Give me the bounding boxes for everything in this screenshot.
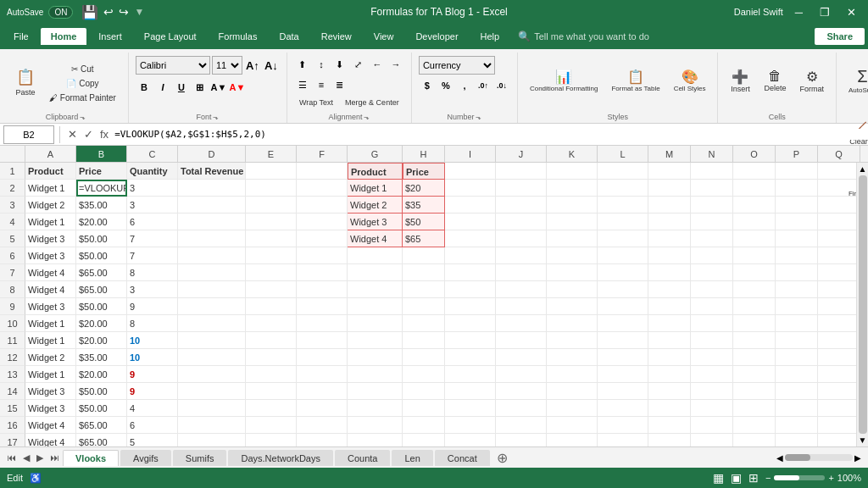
minimize-btn[interactable]: ─ bbox=[790, 4, 808, 20]
tab-developer[interactable]: Developer bbox=[405, 28, 468, 45]
cell[interactable] bbox=[776, 197, 818, 214]
cell[interactable] bbox=[691, 400, 733, 417]
cell[interactable] bbox=[246, 349, 297, 366]
cell[interactable]: $50 bbox=[403, 214, 445, 230]
cell[interactable] bbox=[818, 230, 856, 247]
sheet-tab-avgifs[interactable]: Avgifs bbox=[120, 450, 171, 466]
cell[interactable] bbox=[246, 315, 297, 332]
cell[interactable]: 3 bbox=[127, 197, 178, 214]
cell[interactable] bbox=[598, 349, 648, 366]
row-number[interactable]: 10 bbox=[0, 315, 25, 332]
cell[interactable] bbox=[178, 417, 246, 434]
cell[interactable] bbox=[297, 247, 348, 264]
cell[interactable] bbox=[648, 230, 691, 247]
cell[interactable]: Total Revenue bbox=[178, 163, 246, 180]
cell[interactable] bbox=[776, 163, 818, 180]
cell[interactable] bbox=[776, 281, 818, 298]
paste-button[interactable]: 📋 Paste bbox=[10, 58, 41, 107]
cell[interactable] bbox=[547, 298, 598, 315]
cell[interactable]: $50.00 bbox=[76, 383, 127, 400]
italic-button[interactable]: I bbox=[154, 79, 171, 96]
font-name-select[interactable]: Calibri bbox=[136, 56, 210, 75]
cell[interactable] bbox=[733, 315, 776, 332]
cell[interactable] bbox=[598, 264, 648, 281]
cell[interactable] bbox=[445, 298, 496, 315]
cell[interactable] bbox=[733, 281, 776, 298]
cell[interactable] bbox=[348, 315, 403, 332]
cell[interactable] bbox=[598, 230, 648, 247]
cell[interactable] bbox=[178, 383, 246, 400]
number-format-select[interactable]: Currency General Number Percentage bbox=[419, 56, 495, 75]
cell[interactable] bbox=[246, 197, 297, 214]
sheet-main[interactable]: 1ProductPriceQuantityTotal RevenueProduc… bbox=[0, 163, 856, 446]
cell[interactable]: $65.00 bbox=[76, 281, 127, 298]
cell[interactable] bbox=[445, 349, 496, 366]
decimal-dec-button[interactable]: .0↓ bbox=[493, 77, 510, 94]
cell[interactable] bbox=[547, 349, 598, 366]
cell[interactable]: Widget 3 bbox=[25, 247, 76, 264]
cell[interactable]: Widget 3 bbox=[25, 400, 76, 417]
cell[interactable] bbox=[733, 434, 776, 446]
cell[interactable] bbox=[648, 281, 691, 298]
cell[interactable]: 6 bbox=[127, 214, 178, 230]
cell[interactable] bbox=[403, 332, 445, 349]
tab-page-layout[interactable]: Page Layout bbox=[134, 28, 207, 45]
cell[interactable]: Price bbox=[76, 163, 127, 180]
cell[interactable] bbox=[648, 197, 691, 214]
col-header-l[interactable]: L bbox=[598, 146, 648, 162]
undo-icon[interactable]: ↩ bbox=[103, 5, 114, 19]
cell[interactable] bbox=[598, 434, 648, 446]
cell[interactable] bbox=[733, 163, 776, 180]
cell[interactable] bbox=[496, 264, 547, 281]
cell[interactable] bbox=[496, 247, 547, 264]
cell[interactable] bbox=[403, 400, 445, 417]
col-header-r[interactable]: R bbox=[860, 146, 868, 162]
cell[interactable] bbox=[496, 281, 547, 298]
cell[interactable] bbox=[496, 315, 547, 332]
cell[interactable] bbox=[547, 281, 598, 298]
cell[interactable]: $20.00 bbox=[76, 332, 127, 349]
row-number[interactable]: 6 bbox=[0, 247, 25, 264]
tab-insert[interactable]: Insert bbox=[88, 28, 132, 45]
cell[interactable] bbox=[403, 349, 445, 366]
cell[interactable]: Widget 1 bbox=[25, 214, 76, 230]
tab-first-button[interactable]: ⏮ bbox=[3, 451, 19, 464]
cell[interactable] bbox=[496, 332, 547, 349]
row-number[interactable]: 3 bbox=[0, 197, 25, 214]
row-number[interactable]: 15 bbox=[0, 400, 25, 417]
cell[interactable] bbox=[648, 247, 691, 264]
cell[interactable] bbox=[348, 264, 403, 281]
view-normal-icon[interactable]: ▦ bbox=[713, 471, 724, 485]
cell[interactable] bbox=[776, 315, 818, 332]
tab-help[interactable]: Help bbox=[470, 28, 510, 45]
zoom-out-icon[interactable]: − bbox=[765, 473, 771, 483]
cell[interactable] bbox=[496, 434, 547, 446]
cell[interactable] bbox=[776, 383, 818, 400]
align-top-button[interactable]: ⬆ bbox=[294, 56, 311, 73]
cell[interactable] bbox=[691, 298, 733, 315]
row-number[interactable]: 7 bbox=[0, 264, 25, 281]
cell[interactable] bbox=[648, 400, 691, 417]
cell[interactable] bbox=[598, 417, 648, 434]
cell[interactable] bbox=[691, 417, 733, 434]
cell[interactable]: $35 bbox=[403, 197, 445, 214]
sheet-tab-concat[interactable]: Concat bbox=[435, 450, 490, 466]
name-box[interactable] bbox=[3, 125, 54, 144]
col-header-b[interactable]: B bbox=[76, 146, 127, 162]
cell[interactable] bbox=[297, 264, 348, 281]
col-header-d[interactable]: D bbox=[178, 146, 246, 162]
tab-prev-button[interactable]: ◀ bbox=[19, 451, 33, 465]
cell[interactable]: Widget 1 bbox=[348, 180, 403, 197]
row-number[interactable]: 12 bbox=[0, 349, 25, 366]
cell[interactable] bbox=[496, 197, 547, 214]
delete-button[interactable]: 🗑 Delete bbox=[759, 56, 791, 105]
cell[interactable] bbox=[445, 197, 496, 214]
cell[interactable] bbox=[598, 298, 648, 315]
cell[interactable]: Widget 2 bbox=[25, 349, 76, 366]
cell[interactable] bbox=[733, 264, 776, 281]
cell[interactable] bbox=[648, 434, 691, 446]
cell[interactable] bbox=[246, 366, 297, 383]
cell[interactable]: Widget 4 bbox=[25, 281, 76, 298]
cell[interactable] bbox=[818, 383, 856, 400]
cell[interactable]: 9 bbox=[127, 298, 178, 315]
